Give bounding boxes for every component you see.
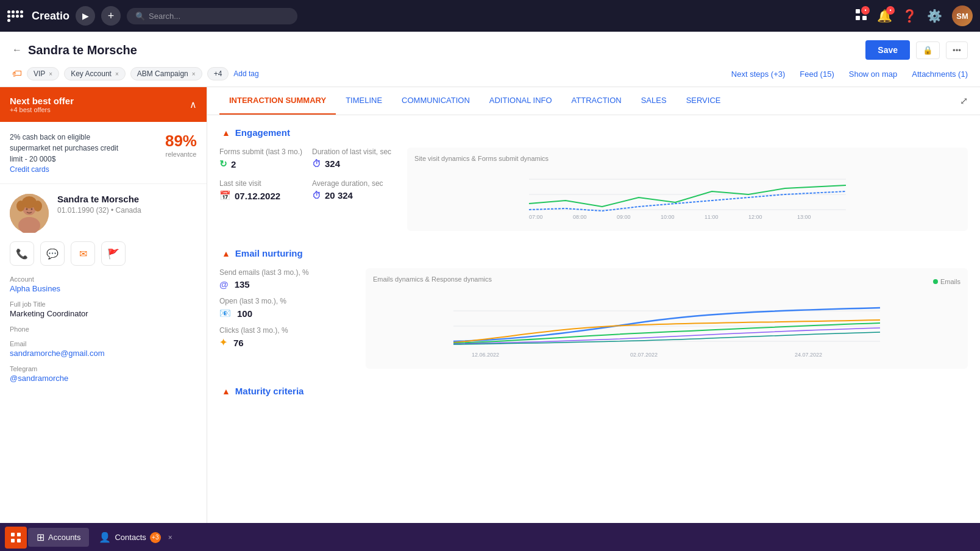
svg-text:08:00: 08:00	[573, 214, 587, 220]
tag-plus-count[interactable]: +4	[207, 67, 229, 80]
profile-name: Sandra te Morsche	[57, 194, 141, 204]
app-logo: Creatio	[7, 10, 69, 23]
svg-text:12.06.2022: 12.06.2022	[472, 352, 499, 358]
attachments-link[interactable]: Attachments (1)	[912, 69, 968, 79]
svg-text:07:00: 07:00	[529, 214, 543, 220]
show-on-map-link[interactable]: Show on map	[849, 69, 898, 79]
email-nurturing-section: ▲ Email nurturing Send emails (last 3 mo…	[219, 248, 968, 369]
contacts-close-button[interactable]: ×	[168, 533, 172, 542]
tab-timeline[interactable]: TIMELINE	[336, 87, 392, 115]
tab-attraction[interactable]: ATTRACTION	[562, 87, 631, 115]
apps-badge: •	[861, 6, 870, 15]
forms-label: Forms submit (last 3 mo.)	[219, 148, 302, 156]
send-value: @ 135	[219, 279, 353, 290]
email-chart-title: Emails dynamics & Response dynamics	[373, 276, 492, 283]
email-nurturing-title: Email nurturing	[235, 248, 303, 258]
profile-info: Sandra te Morsche 01.01.1990 (32) • Cana…	[57, 194, 141, 215]
accounts-taskbar-button[interactable]: ⊞ Accounts	[28, 528, 89, 547]
duration-label: Duration of last visit, sec	[312, 148, 395, 156]
flag-button[interactable]: 🚩	[101, 241, 126, 266]
user-avatar[interactable]: SM	[952, 5, 973, 26]
feed-link[interactable]: Feed (15)	[800, 69, 834, 79]
maturity-header: ▲ Maturity criteria	[219, 386, 968, 396]
tab-additional-info[interactable]: ADITIONAL INFO	[480, 87, 562, 115]
tab-communication[interactable]: COMMUNICATION	[392, 87, 480, 115]
maturity-collapse-icon[interactable]: ▲	[222, 386, 230, 396]
engagement-stats: Forms submit (last 3 mo.) ↻ 2 Duration o…	[219, 148, 395, 201]
notifications-badge: •	[886, 6, 895, 15]
send-label: Send emails (last 3 mo.), %	[219, 268, 353, 277]
clicks-stat: Clicks (last 3 mo.), % ✦ 76	[219, 326, 353, 348]
expand-button[interactable]: ⤢	[960, 95, 968, 107]
avg-duration-label: Average duration, sec	[312, 179, 395, 188]
tag-vip[interactable]: VIP ×	[27, 67, 59, 80]
telegram-value[interactable]: @sandramorche	[10, 374, 197, 383]
tag-abm-campaign[interactable]: ABM Campaign ×	[130, 67, 202, 80]
forms-icon: ↻	[219, 158, 227, 169]
emails-legend: Emails	[933, 278, 960, 285]
email-value[interactable]: sandramorche@gmail.com	[10, 349, 197, 358]
job-title-field: Full job Title Marketing Coordinator	[10, 300, 197, 318]
tag-abm-campaign-remove[interactable]: ×	[192, 71, 196, 77]
chat-button[interactable]: 💬	[40, 241, 65, 266]
contacts-badge: +3	[150, 532, 161, 543]
lock-button[interactable]: 🔒	[916, 41, 940, 59]
notifications-icon[interactable]: 🔔 •	[877, 9, 892, 23]
page-title: ← Sandra te Morsche	[12, 43, 137, 57]
svg-rect-0	[856, 9, 860, 13]
svg-text:09:00: 09:00	[617, 214, 631, 220]
contacts-taskbar-button[interactable]: 👤 Contacts +3 ×	[90, 528, 180, 547]
more-button[interactable]: •••	[946, 41, 968, 59]
email-button[interactable]: ✉	[71, 241, 95, 266]
clicks-label: Clicks (last 3 mo.), %	[219, 326, 353, 335]
taskbar: ⊞ Accounts 👤 Contacts +3 ×	[0, 523, 980, 551]
telegram-field: Telegram @sandramorche	[10, 365, 197, 383]
play-button[interactable]: ▶	[76, 6, 95, 26]
add-button[interactable]: +	[101, 6, 121, 26]
help-icon[interactable]: ❓	[902, 9, 917, 23]
search-input[interactable]	[149, 12, 289, 21]
grid-icon	[7, 10, 27, 22]
taskbar-home-button[interactable]	[5, 527, 27, 549]
nbo-header-text: Next best offer +4 best offers	[10, 96, 74, 113]
add-tag-button[interactable]: Add tag	[233, 69, 258, 78]
engagement-chart-svg: 07:00 08:00 09:00 10:00 11:00 12:00 13:0…	[414, 167, 960, 222]
tag-key-account[interactable]: Key Account ×	[64, 67, 126, 80]
svg-rect-2	[856, 16, 860, 20]
account-value[interactable]: Alpha Busines	[10, 284, 197, 293]
nbo-offer-link[interactable]: Credit cards	[10, 165, 49, 174]
profile-avatar	[10, 194, 49, 233]
page-header: ← Sandra te Morsche Save 🔒 ••• 🏷 VIP × K…	[0, 32, 980, 87]
tab-sales[interactable]: SALES	[631, 87, 676, 115]
settings-icon[interactable]: ⚙️	[927, 9, 942, 23]
tag-vip-remove[interactable]: ×	[49, 71, 52, 77]
avatar-svg	[10, 194, 49, 233]
main-content: Next best offer +4 best offers ∧ 2% cash…	[0, 87, 980, 523]
tab-service[interactable]: SERVICE	[676, 87, 731, 115]
svg-text:02.07.2022: 02.07.2022	[630, 352, 658, 358]
forms-value: ↻ 2	[219, 158, 302, 169]
email-label: Email	[10, 340, 197, 347]
phone-button[interactable]: 📞	[10, 241, 34, 266]
search-icon: 🔍	[135, 12, 145, 21]
search-box: 🔍	[127, 8, 297, 24]
apps-icon[interactable]: •	[855, 9, 867, 24]
svg-text:10:00: 10:00	[661, 214, 675, 220]
page-title-row: ← Sandra te Morsche Save 🔒 •••	[12, 40, 968, 60]
nav-right-actions: • 🔔 • ❓ ⚙️ SM	[855, 5, 973, 26]
tag-key-account-remove[interactable]: ×	[115, 71, 119, 77]
svg-rect-31	[17, 539, 21, 542]
nbo-header[interactable]: Next best offer +4 best offers ∧	[0, 87, 207, 122]
left-panel: Next best offer +4 best offers ∧ 2% cash…	[0, 87, 207, 523]
duration-icon: ⏱	[312, 158, 321, 169]
engagement-collapse-icon[interactable]: ▲	[222, 128, 230, 138]
forms-submit-stat: Forms submit (last 3 mo.) ↻ 2	[219, 148, 302, 169]
phone-field: Phone	[10, 325, 197, 333]
tab-interaction-summary[interactable]: INTERACTION SUMMARY	[219, 87, 336, 115]
back-button[interactable]: ←	[12, 44, 22, 55]
svg-rect-3	[862, 16, 867, 20]
open-icon: 📧	[219, 308, 231, 319]
next-steps-link[interactable]: Next steps (+3)	[731, 69, 786, 79]
email-nurturing-collapse-icon[interactable]: ▲	[222, 249, 230, 258]
save-button[interactable]: Save	[865, 40, 910, 60]
